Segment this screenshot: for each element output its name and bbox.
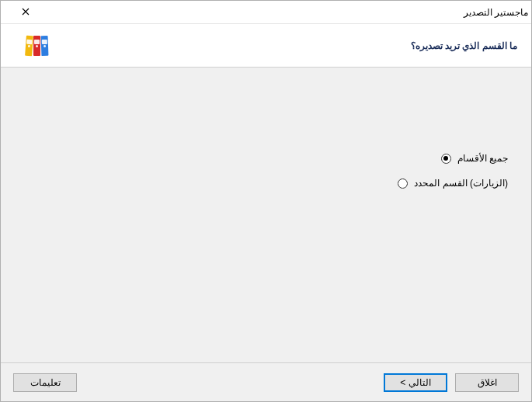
radio-indicator xyxy=(441,154,451,164)
close-button[interactable]: اغلاق xyxy=(455,373,519,392)
radio-all-sections[interactable]: جميع الأقسام xyxy=(24,153,508,164)
titlebar: ماجستير التصدير xyxy=(1,1,531,24)
wizard-content: جميع الأقسام (الزيارات) القسم المحدد xyxy=(1,68,531,362)
footer-right-group: التالي > اغلاق xyxy=(384,373,519,392)
radio-selected-section[interactable]: (الزيارات) القسم المحدد xyxy=(24,178,508,189)
footer-left-group: تعليمات xyxy=(13,373,77,392)
export-wizard-window: ماجستير التصدير ما القسم الذي تريد تصدير… xyxy=(0,0,532,402)
wizard-footer: تعليمات التالي > اغلاق xyxy=(1,362,531,401)
window-close-button[interactable] xyxy=(10,2,41,23)
wizard-question: ما القسم الذي تريد تصديره؟ xyxy=(411,40,517,51)
folders-icon xyxy=(21,32,52,60)
help-button[interactable]: تعليمات xyxy=(13,373,77,392)
radio-label-all: جميع الأقسام xyxy=(457,153,508,164)
window-title: ماجستير التصدير xyxy=(464,7,528,18)
radio-indicator xyxy=(398,178,408,189)
next-button[interactable]: التالي > xyxy=(384,373,447,392)
radio-label-selected: (الزيارات) القسم المحدد xyxy=(414,178,508,189)
close-icon xyxy=(22,6,30,18)
wizard-header: ما القسم الذي تريد تصديره؟ xyxy=(1,24,531,68)
section-radio-group: جميع الأقسام (الزيارات) القسم المحدد xyxy=(24,153,508,189)
